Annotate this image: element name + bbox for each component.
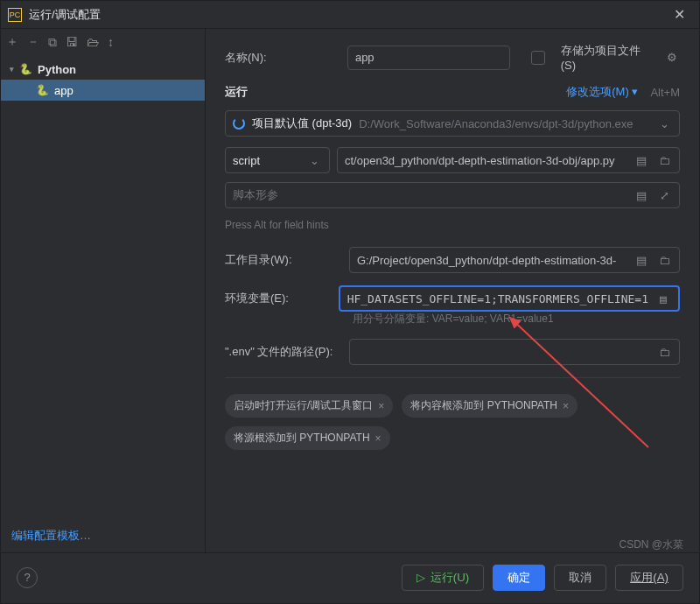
tree-node-python[interactable]: ▾ 🐍 Python <box>1 59 205 80</box>
edit-templates-link[interactable]: 编辑配置模板… <box>1 519 205 552</box>
workdir-label: 工作目录(W): <box>225 252 339 268</box>
play-icon: ▷ <box>416 571 425 584</box>
chevron-down-icon[interactable]: ⌄ <box>306 154 322 167</box>
chevron-down-icon: ▾ <box>10 65 14 74</box>
python-icon: 🐍 <box>19 63 32 75</box>
chip-remove-icon[interactable]: × <box>563 400 569 412</box>
python-icon: 🐍 <box>36 84 49 96</box>
tree-child-label: app <box>54 84 74 97</box>
window-title: 运行/调试配置 <box>29 7 667 23</box>
script-path-input[interactable]: ct/open3d_python/dpt-depth-estimation-3d… <box>345 154 626 167</box>
store-as-file-checkbox[interactable] <box>531 51 545 65</box>
list-icon[interactable]: ▤ <box>655 292 671 306</box>
modify-shortcut: Alt+M <box>650 86 680 99</box>
env-label: 环境变量(E): <box>225 291 328 306</box>
ok-button[interactable]: 确定 <box>493 565 545 591</box>
env-hint: 用分号分隔变量: VAR=value; VAR1=value1 <box>353 312 680 327</box>
script-params-input[interactable]: 脚本形参 ▤ ⤢ <box>225 182 680 208</box>
options-chips: 启动时打开运行/调试工具窗口 × 将内容根添加到 PYTHONPATH × 将源… <box>225 394 680 450</box>
alt-hint: Press Alt for field hints <box>225 219 680 231</box>
envfile-label: ".env" 文件的路径(P): <box>225 344 339 360</box>
separator <box>225 377 680 378</box>
chevron-down-icon: ⌄ <box>656 117 672 130</box>
interpreter-path: D:/Work_Software/Anaconda3/envs/dpt-3d/p… <box>359 117 649 130</box>
params-placeholder: 脚本形参 <box>233 187 626 203</box>
folder-icon[interactable]: 🗀 <box>656 154 672 167</box>
name-input[interactable] <box>347 46 510 70</box>
chip-open-tool-window[interactable]: 启动时打开运行/调试工具窗口 × <box>225 394 393 418</box>
interpreter-select[interactable]: 项目默认值 (dpt-3d) D:/Work_Software/Anaconda… <box>225 110 680 137</box>
remove-icon[interactable]: － <box>27 34 39 50</box>
store-as-file-label: 存储为项目文件(S) <box>561 43 654 72</box>
chip-source-root-pythonpath[interactable]: 将源根添加到 PYTHONPATH × <box>225 426 390 450</box>
chip-content-root-pythonpath[interactable]: 将内容根添加到 PYTHONPATH × <box>402 394 578 418</box>
modify-options-link[interactable]: 修改选项(M) ▾ <box>566 84 638 100</box>
tree-toolbar: ＋ － ⧉ 🖫 🗁 ↕ <box>1 29 205 55</box>
main-split: ＋ － ⧉ 🖫 🗁 ↕ ▾ 🐍 Python 🐍 app 编辑配置模板… 名称(… <box>1 29 699 552</box>
name-label: 名称(N): <box>225 50 337 66</box>
dialog-footer: ? ▷ 运行(U) 确定 取消 应用(A) <box>1 552 699 601</box>
left-panel: ＋ － ⧉ 🖫 🗁 ↕ ▾ 🐍 Python 🐍 app 编辑配置模板… <box>1 29 206 552</box>
help-button[interactable]: ? <box>17 567 38 588</box>
workdir-input[interactable]: G:/Project/open3d_python/dpt-depth-estim… <box>357 254 626 267</box>
gear-icon[interactable]: ⚙ <box>664 51 680 64</box>
close-icon[interactable]: ✕ <box>667 3 692 26</box>
config-tree: ▾ 🐍 Python 🐍 app <box>1 55 205 519</box>
chip-remove-icon[interactable]: × <box>378 400 384 412</box>
loading-spinner-icon <box>233 117 245 130</box>
tree-node-app[interactable]: 🐍 app <box>1 80 205 101</box>
folder-icon[interactable]: 🗀 <box>656 254 672 267</box>
chip-remove-icon[interactable]: × <box>375 432 382 445</box>
titlebar: PC 运行/调试配置 ✕ <box>1 1 699 29</box>
list-icon[interactable]: ▤ <box>634 254 649 267</box>
script-type-label: script <box>233 154 299 167</box>
right-panel: 名称(N): 存储为项目文件(S) ⚙ 运行 修改选项(M) ▾ Alt+M 项… <box>206 29 699 552</box>
sort-icon[interactable]: ↕ <box>108 35 114 49</box>
folder-icon[interactable]: 🗀 <box>656 346 672 359</box>
run-button[interactable]: ▷ 运行(U) <box>402 565 485 591</box>
list-icon[interactable]: ▤ <box>634 189 649 202</box>
pycharm-icon: PC <box>8 8 22 22</box>
copy-icon[interactable]: ⧉ <box>48 35 57 50</box>
run-section-title: 运行 <box>225 84 566 100</box>
list-icon[interactable]: ▤ <box>634 154 649 167</box>
cancel-button[interactable]: 取消 <box>554 565 606 591</box>
save-icon[interactable]: 🖫 <box>66 35 78 49</box>
expand-icon[interactable]: ⤢ <box>656 189 672 202</box>
folder-icon[interactable]: 🗁 <box>87 35 99 49</box>
env-input[interactable]: HF_DATASETS_OFFLINE=1;TRANSFORMERS_OFFLI… <box>347 292 648 306</box>
add-icon[interactable]: ＋ <box>6 34 18 50</box>
interpreter-label: 项目默认值 (dpt-3d) <box>252 116 352 131</box>
watermark: CSDN @水菜 <box>619 537 683 552</box>
tree-parent-label: Python <box>38 63 76 76</box>
apply-button[interactable]: 应用(A) <box>615 565 683 591</box>
